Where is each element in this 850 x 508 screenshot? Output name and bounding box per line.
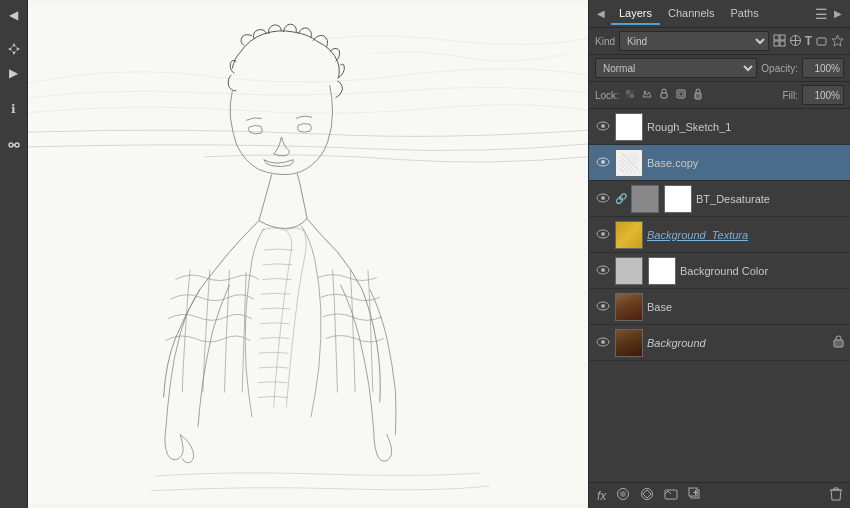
svg-point-24 (601, 160, 605, 164)
svg-rect-6 (774, 35, 779, 40)
svg-point-30 (601, 268, 605, 272)
svg-rect-18 (677, 90, 685, 98)
layer-row[interactable]: 🔗 BT_Desaturate (589, 181, 850, 217)
svg-rect-14 (626, 94, 630, 98)
tool-layers-link[interactable] (3, 134, 25, 156)
layer-name: Base (647, 301, 844, 313)
sketch-canvas (28, 0, 588, 508)
kind-shape-icon[interactable] (815, 34, 828, 49)
layer-list: Rough_Sketch_1 Base.copy 🔗 BT_Desaturate (589, 109, 850, 482)
group-layers-button[interactable] (662, 485, 680, 506)
layer-thumbnail (615, 329, 643, 357)
layer-mask (664, 185, 692, 213)
svg-point-34 (601, 340, 605, 344)
tab-paths[interactable]: Paths (723, 3, 767, 25)
expand-btn[interactable]: ▶ (832, 6, 844, 21)
svg-point-28 (601, 232, 605, 236)
svg-point-2 (9, 143, 13, 147)
blend-mode-select[interactable]: Normal Multiply Screen Overlay (595, 58, 757, 78)
add-adjustment-button[interactable] (638, 485, 656, 506)
layer-thumbnail (631, 185, 659, 213)
svg-point-32 (601, 304, 605, 308)
link-icon[interactable]: 🔗 (615, 193, 627, 204)
layers-panel: Kind Kind (589, 28, 850, 508)
layer-thumbnail (615, 221, 643, 249)
kind-adjustment-icon[interactable] (789, 34, 802, 49)
lock-all-icon[interactable] (691, 87, 705, 103)
lock-badge (833, 335, 844, 350)
tool-play[interactable]: ▶ (3, 62, 25, 84)
svg-rect-13 (630, 94, 634, 98)
canvas-area (28, 0, 588, 508)
svg-point-22 (601, 124, 605, 128)
svg-rect-11 (817, 38, 826, 45)
visibility-icon[interactable] (595, 263, 611, 278)
svg-rect-9 (780, 41, 785, 46)
kind-label: Kind (595, 36, 615, 47)
svg-rect-5 (28, 4, 588, 503)
kind-pixel-icon[interactable] (773, 34, 786, 49)
layer-name: Background (647, 337, 829, 349)
panel-tabs: ◀ Layers Channels Paths ☰ ▶ (589, 0, 850, 28)
fx-button[interactable]: fx (595, 487, 608, 505)
svg-marker-0 (12, 43, 16, 55)
svg-rect-17 (661, 93, 667, 98)
layer-thumbnail (615, 113, 643, 141)
visibility-icon[interactable] (595, 227, 611, 242)
lock-icons (623, 87, 705, 103)
layer-row[interactable]: Rough_Sketch_1 (589, 109, 850, 145)
svg-rect-35 (834, 340, 843, 347)
visibility-icon[interactable] (595, 155, 611, 170)
layer-thumbnail (615, 149, 643, 177)
fill-input[interactable] (802, 85, 844, 105)
kind-smart-icon[interactable] (831, 34, 844, 49)
visibility-icon[interactable] (595, 119, 611, 134)
tab-channels[interactable]: Channels (660, 3, 722, 25)
layers-bottom-toolbar: fx (589, 482, 850, 508)
tool-info[interactable]: ℹ (3, 98, 25, 120)
visibility-icon[interactable] (595, 191, 611, 206)
layer-name: Rough_Sketch_1 (647, 121, 844, 133)
new-layer-button[interactable] (686, 485, 704, 506)
layer-name: BT_Desaturate (696, 193, 844, 205)
svg-point-37 (620, 491, 626, 497)
opacity-label: Opacity: (761, 63, 798, 74)
lock-fill-row: Lock: (589, 82, 850, 109)
lock-position-icon[interactable] (657, 87, 671, 103)
layer-thumbnail (615, 293, 643, 321)
visibility-icon[interactable] (595, 335, 611, 350)
kind-row: Kind Kind (589, 28, 850, 55)
visibility-icon[interactable] (595, 299, 611, 314)
svg-rect-12 (626, 90, 630, 94)
svg-point-16 (644, 91, 646, 93)
layer-row[interactable]: Base.copy (589, 145, 850, 181)
opacity-input[interactable] (802, 58, 844, 78)
left-toolbar: ◀ ▶ ℹ (0, 0, 28, 508)
layer-row[interactable]: Background_Textura (589, 217, 850, 253)
panel-menu-btn[interactable]: ☰ (815, 6, 828, 22)
layer-row[interactable]: Background (589, 325, 850, 361)
layer-name: Background_Textura (647, 229, 844, 241)
tab-layers[interactable]: Layers (611, 3, 660, 25)
collapse-btn[interactable]: ◀ (595, 6, 607, 21)
svg-rect-19 (679, 92, 683, 96)
svg-rect-7 (780, 35, 785, 40)
collapse-left-btn[interactable]: ◀ (3, 4, 25, 26)
tool-move[interactable] (3, 38, 25, 60)
add-mask-button[interactable] (614, 485, 632, 506)
layer-row[interactable]: Background Color (589, 253, 850, 289)
layer-thumbnail (615, 257, 643, 285)
kind-icons: T (773, 34, 844, 49)
blend-opacity-row: Normal Multiply Screen Overlay Opacity: (589, 55, 850, 82)
kind-select[interactable]: Kind (619, 31, 769, 51)
lock-image-icon[interactable] (640, 87, 654, 103)
right-panel: ◀ Layers Channels Paths ☰ ▶ Kind Kind (588, 0, 850, 508)
svg-rect-8 (774, 41, 779, 46)
delete-layer-button[interactable] (828, 485, 844, 506)
kind-type-icon[interactable]: T (805, 34, 812, 48)
lock-artboard-icon[interactable] (674, 87, 688, 103)
layer-mask (648, 257, 676, 285)
svg-rect-15 (630, 90, 634, 94)
lock-transparent-icon[interactable] (623, 87, 637, 103)
layer-row[interactable]: Base (589, 289, 850, 325)
